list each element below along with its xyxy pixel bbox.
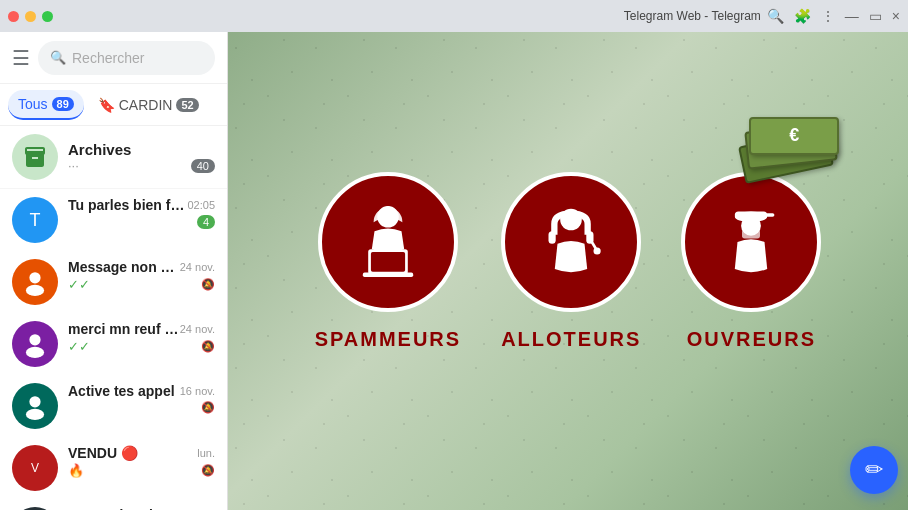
search-input[interactable]: Rechercher [72,50,144,66]
chat-time: lun. [197,447,215,459]
tabs-bar: Tous 89 🔖 CARDIN 52 [0,84,227,126]
chat-time: 24 nov. [180,261,215,273]
chat-name: VENDU 🔴 [68,445,138,461]
chat-top: VENDU 🔴 lun. [68,445,215,461]
archives-content: Archives ··· 40 [68,141,215,173]
archives-subtitle: ··· [68,158,79,173]
archives-badge: 40 [191,159,215,173]
muted-icon: 🔕 [201,464,215,477]
chat-top: Message non pris en charge 24 nov. [68,259,215,275]
chrome-bar: Telegram Web - Telegram 🔍 🧩 ⋮ — ▭ × [0,0,908,32]
card-alloteurs: ALLOTEURS [501,172,641,351]
chat-body: Message non pris en charge 24 nov. ✓✓ 🔕 [68,259,215,292]
svg-point-3 [26,347,44,358]
main-content: SPAMMEURS [228,32,908,510]
money-stack: € € € [741,117,841,177]
chat-item[interactable]: V VENDU 🔴 lun. 🔥 🔕 [0,437,227,499]
svg-point-1 [26,285,44,296]
app-container: ☰ 🔍 Rechercher Tous 89 🔖 CARDIN 52 [0,32,908,510]
chat-body: merci mn reuf ta lr cool toi ! 24 nov. ✓… [68,321,215,354]
money-bill-3: € [749,117,839,155]
chat-item[interactable]: Message non pris en charge 24 nov. ✓✓ 🔕 [0,251,227,313]
restore-chrome-icon[interactable]: ▭ [869,8,882,24]
check-icon: ✓✓ [68,339,90,354]
card-spammeurs: SPAMMEURS [315,172,462,351]
close-chrome-icon[interactable]: × [892,8,900,24]
chat-top: merci mn reuf ta lr cool toi ! 24 nov. [68,321,215,337]
chat-time: 16 nov. [180,385,215,397]
muted-icon: 🔕 [201,401,215,414]
avatar [12,321,58,367]
alloteurs-circle [501,172,641,312]
maximize-button[interactable] [42,11,53,22]
muted-icon: 🔕 [201,340,215,353]
muted-icon: 🔕 [201,278,215,291]
avatar: T [12,197,58,243]
svg-point-0 [29,272,40,283]
chat-time: 02:05 [187,199,215,211]
window-title: Telegram Web - Telegram [624,9,761,23]
svg-rect-15 [549,231,556,244]
chat-item[interactable]: Active tes appel 16 nov. 🔕 [0,375,227,437]
avatar [12,259,58,305]
sidebar-header: ☰ 🔍 Rechercher [0,32,227,84]
chat-name: Message non pris en charge [68,259,180,275]
archives-title: Archives [68,141,215,158]
archives-item[interactable]: Archives ··· 40 [0,126,227,189]
compose-icon: ✏ [865,457,883,483]
extension-icon[interactable]: 🧩 [794,8,811,24]
chat-body: Tu parles bien français? 02:05 4 [68,197,215,229]
spammeurs-circle [318,172,458,312]
tab-cardin-badge: 52 [176,98,198,112]
chat-item[interactable]: BTC_Advertisement ... 16:59 38,9K [0,499,227,510]
svg-rect-13 [371,251,405,271]
chat-item[interactable]: merci mn reuf ta lr cool toi ! 24 nov. ✓… [0,313,227,375]
chat-bottom: ✓✓ 🔕 [68,277,215,292]
chrome-action-buttons: 🔍 🧩 ⋮ — ▭ × [767,8,900,24]
chat-bottom: 🔥 🔕 [68,463,215,478]
tab-tous-label: Tous [18,96,48,112]
chat-item[interactable]: T Tu parles bien français? 02:05 4 [0,189,227,251]
menu-icon[interactable]: ☰ [12,46,30,70]
tab-cardin[interactable]: 🔖 CARDIN 52 [88,91,209,119]
cards-container: SPAMMEURS [315,172,822,371]
compose-button[interactable]: ✏ [850,446,898,494]
sidebar: ☰ 🔍 Rechercher Tous 89 🔖 CARDIN 52 [0,32,228,510]
ouvreurs-circle [681,172,821,312]
chat-name: merci mn reuf ta lr cool toi ! [68,321,180,337]
search-icon: 🔍 [50,50,66,65]
tab-tous[interactable]: Tous 89 [8,90,84,120]
close-button[interactable] [8,11,19,22]
alloteurs-label: ALLOTEURS [501,328,641,351]
svg-point-17 [594,247,601,254]
menu-chrome-icon[interactable]: ⋮ [821,8,835,24]
telegram-window: Telegram Web - Telegram 🔍 🧩 ⋮ — ▭ × ☰ 🔍 … [0,0,908,510]
svg-rect-20 [766,213,775,217]
chat-name: Tu parles bien français? [68,197,187,213]
svg-rect-22 [742,229,760,238]
minimize-chrome-icon[interactable]: — [845,8,859,24]
chat-bottom: 🔕 [68,401,215,414]
chat-top: Tu parles bien français? 02:05 [68,197,215,213]
chat-top: Active tes appel 16 nov. [68,383,215,399]
chat-body: Active tes appel 16 nov. 🔕 [68,383,215,414]
avatar [12,383,58,429]
unread-badge: 4 [197,215,215,229]
minimize-button[interactable] [25,11,36,22]
check-icon: ✓✓ [68,277,90,292]
avatar: V [12,445,58,491]
svg-rect-12 [363,272,413,277]
spammeurs-label: SPAMMEURS [315,328,462,351]
ouvreurs-label: OUVREURS [687,328,816,351]
archives-meta: ··· 40 [68,158,215,173]
search-box[interactable]: 🔍 Rechercher [38,41,215,75]
card-ouvreurs: € € € [681,172,821,351]
chat-bottom: 4 [68,215,215,229]
chat-time: 24 nov. [180,323,215,335]
tab-cardin-label: 🔖 CARDIN [98,97,173,113]
search-chrome-icon[interactable]: 🔍 [767,8,784,24]
chat-preview: 🔥 [68,463,84,478]
tab-tous-badge: 89 [52,97,74,111]
chat-list: Archives ··· 40 T Tu parles bien françai… [0,126,227,510]
svg-point-2 [29,334,40,345]
